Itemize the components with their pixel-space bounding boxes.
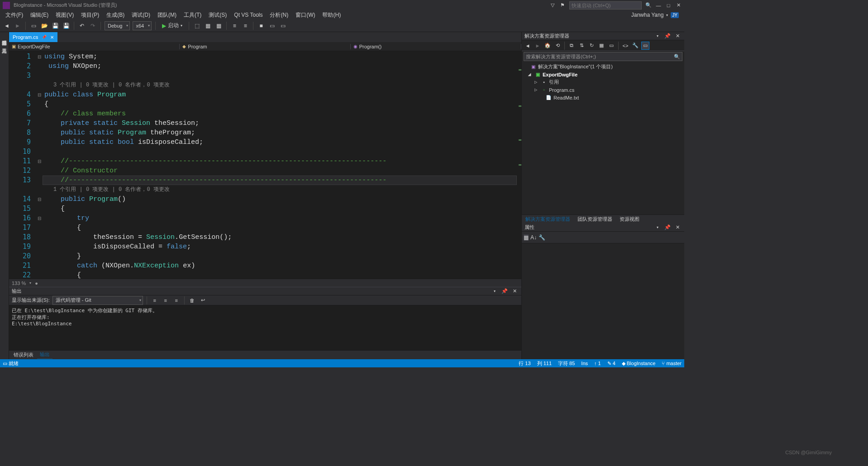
fold-toggle[interactable]: ⊟ [36,157,43,166]
panel-menu-icon[interactable]: ▾ [491,287,499,295]
props-menu-icon[interactable]: ▾ [653,223,662,232]
tab-close-icon[interactable]: ✕ [50,35,54,40]
tb-icon-2[interactable]: ▦ [204,22,212,30]
code-line[interactable] [43,147,517,157]
menu-item[interactable]: 调试(D) [128,11,154,19]
tb-icon-3[interactable]: ▦ [215,22,223,30]
tree-project[interactable]: ◢▣ExportDwgFile [522,71,684,78]
menu-item[interactable]: 视图(V) [52,11,77,19]
tab-output[interactable]: 输出 [37,350,52,360]
sol-fwd-icon[interactable]: ► [534,42,542,50]
code-line[interactable]: //--------------------------------------… [43,157,517,166]
menu-item[interactable]: 项目(P) [77,11,103,19]
sol-home-icon[interactable]: 🏠 [544,42,552,50]
menu-item[interactable]: 帮助(H) [319,11,344,19]
dock-toolbox[interactable]: 工具箱 [0,42,9,48]
zoom-level[interactable]: 133 % [12,281,26,286]
zoom-dropdown-icon[interactable]: ▾ [29,281,31,285]
search-icon[interactable]: 🔍 [645,2,652,9]
rtab-team[interactable]: 团队资源管理器 [574,215,616,223]
menu-item[interactable]: 工具(T) [180,11,205,19]
caret-down-icon[interactable]: ◢ [528,72,533,76]
sol-code-icon[interactable]: <> [621,42,630,50]
user-name[interactable]: Janwha Yang [631,12,664,18]
nav-forward-icon[interactable]: ► [14,22,22,30]
fold-toggle[interactable]: ⊟ [36,195,43,204]
code-editor[interactable]: 1234567891011121314151617181920212223 ⊟⊟… [9,51,521,279]
code-line[interactable]: { [43,100,517,109]
menu-item[interactable]: Qt VS Tools [230,11,266,19]
code-line[interactable]: //--------------------------------------… [43,176,517,185]
out-wrap-icon[interactable]: ↩ [199,296,207,304]
menu-item[interactable]: 生成(B) [103,11,128,19]
code-line[interactable]: using System; [43,52,517,62]
output-source-combo[interactable]: 源代码管理 - Git [52,296,143,305]
caret-right-icon[interactable]: ▷ [534,88,539,92]
menu-item[interactable]: 窗口(W) [292,11,319,19]
codelens[interactable]: 3 个引用 | 0 项更改 | 0 名作者，0 项更改 [43,81,517,90]
code-line[interactable]: catch (NXOpen.NXException ex) [43,261,517,271]
code-line[interactable]: private static Session theSession; [43,119,517,128]
dock-server-explorer[interactable]: 服务器资源管理器 [0,34,9,39]
code-line[interactable]: public static bool isDisposeCalled; [43,138,517,147]
sol-refresh-icon[interactable]: ↻ [587,42,596,50]
code-line[interactable]: } [43,252,517,261]
close-button[interactable]: ✕ [675,2,682,9]
sol-collapse-icon[interactable]: ⇅ [577,42,586,50]
props-close-icon[interactable]: ✕ [673,223,682,232]
sol-props-icon[interactable]: 🔧 [631,42,639,50]
tab-error-list[interactable]: 错误列表 [11,351,36,359]
config-combo[interactable]: Debug [105,21,130,30]
crumb-method[interactable]: ◉Program() [351,44,521,49]
menu-item[interactable]: 团队(M) [154,11,180,19]
tb-icon-8[interactable]: ▭ [279,22,287,30]
tb-icon-6[interactable]: ■ [257,22,265,30]
save-icon[interactable]: 💾 [51,22,59,30]
platform-combo[interactable]: x64 [133,21,152,30]
minimize-button[interactable]: — [655,2,662,9]
tb-icon-1[interactable]: ⬚ [193,22,201,30]
code-line[interactable]: // Constructor [43,166,517,176]
scrollbar-markers[interactable] [517,51,521,279]
code-line[interactable]: isDisposeCalled = false; [43,242,517,252]
out-clear-icon[interactable]: 🗑 [188,296,196,304]
code-line[interactable]: theSession = Session.GetSession(); [43,233,517,242]
menu-item[interactable]: 分析(N) [266,11,292,19]
code-line[interactable]: using NXOpen; [43,62,517,71]
solpanel-menu-icon[interactable]: ▾ [653,32,662,40]
status-changes[interactable]: ✎ 4 [607,361,615,366]
sol-pending-icon[interactable]: ⧉ [568,42,576,50]
code-line[interactable] [43,71,517,81]
out-icon-3[interactable]: ≡ [172,296,181,304]
code-line[interactable]: try [43,214,517,223]
tb-icon-4[interactable]: ≡ [230,22,238,30]
props-alpha-icon[interactable]: A↓ [530,234,537,241]
tree-solution-root[interactable]: ▣解决方案"BlogInstance"(1 个项目) [522,63,684,71]
code-line[interactable]: // class members [43,109,517,119]
tree-program-cs[interactable]: ▷▫Program.cs [522,86,684,94]
start-debug-button[interactable]: ▶ 启动 ▾ [159,21,185,30]
props-pin-icon[interactable]: 📌 [663,223,672,232]
code-line[interactable]: { [43,271,517,279]
solution-search-input[interactable]: 搜索解决方案资源管理器(Ctrl+;) 🔍 [524,52,682,61]
sol-back-icon[interactable]: ◄ [524,42,532,50]
pin-icon[interactable]: 📌 [42,35,47,39]
sol-preview-icon[interactable]: ▭ [607,42,615,50]
props-categorized-icon[interactable]: ▦ [524,234,529,241]
rtab-solution[interactable]: 解决方案资源管理器 [522,215,574,223]
solution-tree[interactable]: ▣解决方案"BlogInstance"(1 个项目) ◢▣ExportDwgFi… [522,62,684,214]
crumb-class[interactable]: ◆Program [180,44,350,49]
code-line[interactable]: public static Program theProgram; [43,128,517,138]
redo-icon[interactable]: ↷ [89,22,97,30]
menu-item[interactable]: 测试(S) [205,11,230,19]
code-line[interactable]: public Program() [43,195,517,204]
sol-view-icon[interactable]: ▭ [641,42,649,50]
props-events-icon[interactable]: 🔧 [539,234,545,241]
user-badge[interactable]: JY [671,12,679,18]
panel-close-icon[interactable]: ✕ [510,287,519,295]
panel-pin-icon[interactable]: 📌 [501,287,509,295]
menu-item[interactable]: 文件(F) [2,11,27,19]
solpanel-pin-icon[interactable]: 📌 [663,32,672,40]
tree-references[interactable]: ▷▪引用 [522,78,684,86]
output-text[interactable]: 已在 E:\test\BlogInstance 中为你创建新的 GIT 存储库。… [9,305,521,350]
